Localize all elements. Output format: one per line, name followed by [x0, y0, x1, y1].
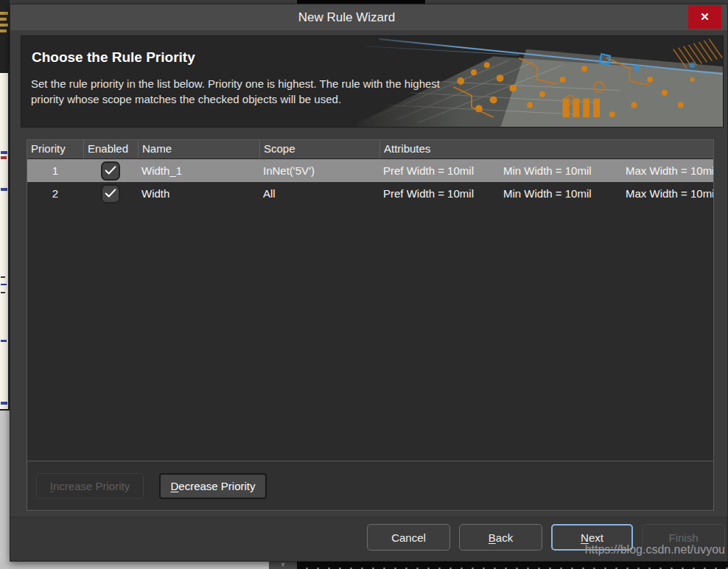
increase-priority-button[interactable]: Increase Priority [36, 473, 144, 499]
background-app-left-strip [0, 0, 10, 569]
background-app-toolbar-fragment [0, 0, 10, 71]
decrease-priority-button[interactable]: Decrease Priority [159, 473, 267, 499]
attr-max-width: Max Width = 10mil [626, 164, 713, 177]
row-priority: 2 [27, 187, 83, 200]
table-row[interactable]: 2 Width All Pref Width = 10mil Min Width… [27, 182, 713, 205]
background-statusbar-fragment [0, 562, 269, 569]
table-row[interactable]: 1 Width_1 InNet('5V') Pref Width = 10mil… [27, 159, 713, 182]
checkbox-checked-icon[interactable] [101, 161, 120, 181]
row-enabled-cell [83, 161, 138, 181]
row-attributes: Pref Width = 10mil Min Width = 10mil Max… [379, 164, 713, 177]
titlebar[interactable]: New Rule Wizard ✕ [10, 4, 727, 30]
column-header-enabled[interactable]: Enabled [83, 140, 138, 158]
background-dotted-toolbar [297, 562, 728, 569]
row-attributes: Pref Width = 10mil Min Width = 10mil Max… [379, 187, 713, 200]
row-enabled-cell [83, 184, 138, 203]
row-scope: All [259, 187, 379, 200]
footer-button-group: Cancel Back Next Finish [367, 524, 725, 551]
column-header-attributes[interactable]: Attributes [379, 140, 713, 158]
row-name: Width_1 [138, 164, 259, 177]
back-button[interactable]: Back [459, 524, 542, 551]
dropdown-arrow-icon[interactable]: ▼ [269, 562, 297, 569]
page-title: Choose the Rule Priority [32, 49, 195, 66]
table-rows: 1 Width_1 InNet('5V') Pref Width = 10mil… [27, 159, 713, 205]
wizard-footer: Cancel Back Next Finish [10, 517, 727, 561]
column-header-name[interactable]: Name [138, 140, 259, 158]
attr-pref-width: Pref Width = 10mil [383, 164, 503, 177]
page-description: Set the rule priority in the list below.… [31, 76, 452, 107]
close-icon: ✕ [700, 10, 710, 23]
checkbox-checked-icon[interactable] [101, 184, 120, 203]
background-app-panel-fragment [0, 411, 10, 569]
attr-min-width: Min Width = 10mil [503, 187, 626, 200]
toolbar-pin-icon [0, 12, 9, 37]
window-title: New Rule Wizard [10, 4, 683, 30]
attr-max-width: Max Width = 10mil [626, 187, 713, 200]
row-priority: 1 [27, 164, 83, 177]
new-rule-wizard-dialog: New Rule Wizard ✕ [10, 4, 728, 562]
table-header: Priority Enabled Name Scope Attributes [27, 140, 713, 159]
close-button[interactable]: ✕ [688, 5, 721, 29]
column-header-priority[interactable]: Priority [27, 140, 83, 158]
attr-min-width: Min Width = 10mil [503, 164, 626, 177]
row-name: Width [138, 187, 259, 200]
priority-button-strip: Increase Priority Decrease Priority [27, 461, 713, 510]
rules-table-panel: Priority Enabled Name Scope Attributes 1… [27, 139, 714, 511]
background-app-bottom-strip: ▼ [0, 562, 728, 569]
row-scope: InNet('5V') [259, 164, 379, 177]
finish-button[interactable]: Finish [642, 524, 725, 551]
wizard-header-banner: Choose the Rule Priority Set the rule pr… [21, 35, 724, 128]
next-button[interactable]: Next [551, 524, 633, 551]
column-header-scope[interactable]: Scope [259, 140, 379, 158]
attr-pref-width: Pref Width = 10mil [383, 187, 503, 200]
schematic-sheet-edge [0, 71, 8, 411]
table-empty-area[interactable] [27, 205, 713, 461]
cancel-button[interactable]: Cancel [367, 524, 450, 551]
